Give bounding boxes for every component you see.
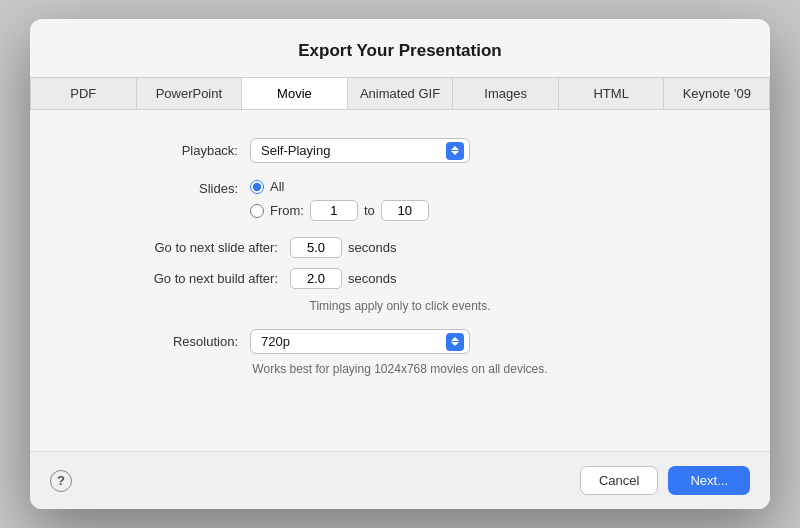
next-slide-input[interactable] bbox=[290, 237, 342, 258]
slides-all-label: All bbox=[270, 179, 284, 194]
cancel-button[interactable]: Cancel bbox=[580, 466, 658, 495]
tab-pdf[interactable]: PDF bbox=[30, 78, 137, 109]
playback-label: Playback: bbox=[70, 143, 250, 158]
slides-all-row: All bbox=[250, 179, 429, 194]
slides-options: All From: to bbox=[250, 179, 429, 221]
tab-movie[interactable]: Movie bbox=[242, 78, 348, 109]
next-build-label: Go to next build after: bbox=[70, 271, 290, 286]
tab-powerpoint[interactable]: PowerPoint bbox=[137, 78, 243, 109]
form-content: Playback: Self-Playing Slides: All From: bbox=[30, 110, 770, 451]
slides-all-radio[interactable] bbox=[250, 180, 264, 194]
next-slide-row: Go to next slide after: seconds bbox=[70, 237, 730, 258]
next-slide-label: Go to next slide after: bbox=[70, 240, 290, 255]
slides-section: Slides: All From: to bbox=[70, 179, 730, 221]
tab-keynote09[interactable]: Keynote '09 bbox=[664, 78, 770, 109]
tab-bar: PDF PowerPoint Movie Animated GIF Images… bbox=[30, 77, 770, 110]
playback-select-wrapper: Self-Playing bbox=[250, 138, 470, 163]
dialog-title: Export Your Presentation bbox=[30, 19, 770, 77]
tab-html[interactable]: HTML bbox=[559, 78, 665, 109]
dialog-footer: ? Cancel Next... bbox=[30, 451, 770, 509]
next-build-input[interactable] bbox=[290, 268, 342, 289]
from-value-input[interactable] bbox=[310, 200, 358, 221]
next-slide-unit: seconds bbox=[348, 240, 396, 255]
from-label: From: bbox=[270, 203, 304, 218]
slides-label: Slides: bbox=[70, 179, 250, 196]
tab-animated-gif[interactable]: Animated GIF bbox=[348, 78, 454, 109]
next-build-row: Go to next build after: seconds bbox=[70, 268, 730, 289]
resolution-main-row: Resolution: 720p 1080p 4K bbox=[70, 329, 730, 354]
next-build-unit: seconds bbox=[348, 271, 396, 286]
slides-from-radio[interactable] bbox=[250, 204, 264, 218]
playback-select[interactable]: Self-Playing bbox=[250, 138, 470, 163]
resolution-section: Resolution: 720p 1080p 4K Works best for… bbox=[70, 329, 730, 376]
tab-images[interactable]: Images bbox=[453, 78, 559, 109]
resolution-label: Resolution: bbox=[70, 334, 250, 349]
timings-hint: Timings apply only to click events. bbox=[70, 299, 730, 313]
resolution-hint: Works best for playing 1024x768 movies o… bbox=[70, 362, 730, 376]
to-value-input[interactable] bbox=[381, 200, 429, 221]
playback-row: Playback: Self-Playing bbox=[70, 138, 730, 163]
footer-buttons: Cancel Next... bbox=[580, 466, 750, 495]
export-dialog: Export Your Presentation PDF PowerPoint … bbox=[30, 19, 770, 509]
next-button[interactable]: Next... bbox=[668, 466, 750, 495]
to-label: to bbox=[364, 203, 375, 218]
help-button[interactable]: ? bbox=[50, 470, 72, 492]
resolution-select[interactable]: 720p 1080p 4K bbox=[250, 329, 470, 354]
slides-from-row: From: to bbox=[250, 200, 429, 221]
resolution-select-wrapper: 720p 1080p 4K bbox=[250, 329, 470, 354]
